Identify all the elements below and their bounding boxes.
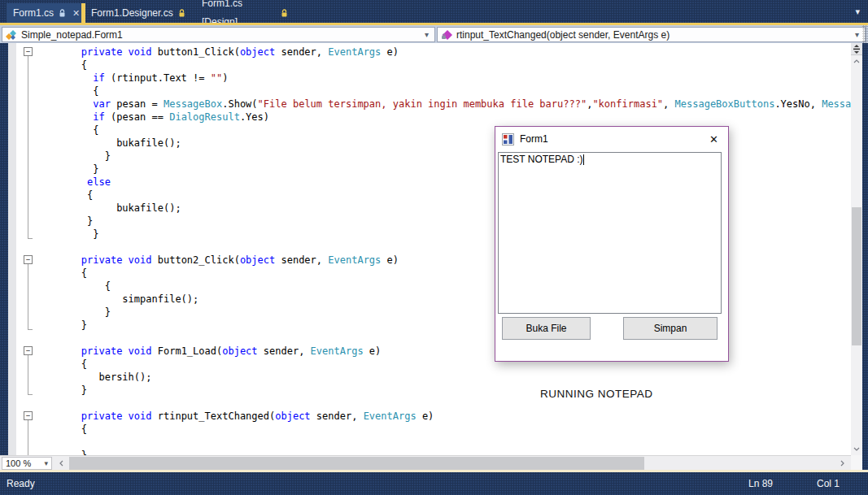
code-line	[34, 436, 851, 449]
tab-form1-cs-design[interactable]: Form1.cs [Design]	[195, 3, 294, 23]
scroll-right-icon[interactable]	[835, 456, 849, 471]
chevron-down-icon: ▾	[44, 459, 48, 467]
code-line: if (rtinput.Text != "")	[34, 72, 851, 85]
running-notepad-caption: RUNNING NOTEPAD	[540, 388, 653, 400]
scrollbar-corner	[851, 455, 862, 470]
buka-file-button[interactable]: Buka File	[502, 317, 591, 340]
status-bar: Ready Ln 89 Col 1	[0, 472, 868, 495]
tab-form1-cs[interactable]: Form1.cs ✕	[7, 3, 81, 23]
code-line: }	[34, 449, 851, 455]
lock-icon	[59, 9, 66, 18]
status-ready: Ready	[7, 478, 35, 489]
lock-icon	[178, 9, 185, 18]
notepad-text: TEST NOTEPAD :)	[500, 154, 583, 165]
fold-region-guide	[28, 355, 33, 395]
collapse-region-toggle[interactable]: −	[24, 47, 33, 56]
fold-region-guide	[28, 420, 33, 455]
window-frame-left	[0, 43, 8, 455]
scroll-left-icon[interactable]	[54, 456, 68, 471]
form-app-icon	[502, 133, 514, 145]
tab-overflow-dropdown-icon[interactable]: ▾	[855, 7, 860, 17]
form1-app-window: Form1 ✕ TEST NOTEPAD :) Buka File Simpan	[495, 126, 729, 362]
scroll-up-icon[interactable]	[851, 55, 862, 67]
fold-gutter: −−−−	[16, 46, 34, 455]
zoom-value: 100 %	[6, 458, 31, 468]
breakpoint-margin[interactable]	[8, 43, 16, 455]
notepad-text-input[interactable]: TEST NOTEPAD :)	[498, 152, 722, 314]
tab-label: Form1.Designer.cs	[91, 4, 173, 23]
collapse-region-toggle[interactable]: −	[24, 346, 33, 355]
chevron-down-icon[interactable]: ▾	[422, 30, 431, 39]
type-dropdown-value: Simple_notepad.Form1	[21, 29, 123, 41]
vertical-scrollbar[interactable]	[851, 43, 862, 455]
member-dropdown[interactable]: rtinput_TextChanged(object sender, Event…	[437, 27, 866, 42]
class-icon	[6, 29, 17, 41]
code-line: private void button1_Click(object sender…	[34, 46, 851, 59]
method-icon	[441, 29, 452, 41]
editor-navigation-bar: Simple_notepad.Form1 ▾ rtinput_TextChang…	[0, 25, 868, 43]
code-line: {	[34, 423, 851, 436]
lock-icon	[281, 9, 288, 18]
status-line-number: Ln 89	[748, 478, 773, 489]
code-line: var pesan = MessageBox.Show("File belum …	[34, 98, 851, 111]
text-cursor	[583, 154, 584, 165]
member-dropdown-value: rtinput_TextChanged(object sender, Event…	[456, 29, 670, 41]
code-line: }	[34, 384, 851, 397]
collapse-region-toggle[interactable]: −	[24, 411, 33, 420]
code-line: private void rtinput_TextChanged(object …	[34, 410, 851, 423]
close-tab-icon[interactable]: ✕	[72, 4, 80, 23]
tab-label: Form1.cs	[13, 4, 54, 23]
horizontal-scrollbar-thumb[interactable]	[69, 457, 644, 470]
code-line: bersih();	[34, 371, 851, 384]
horizontal-scrollbar[interactable]: 100 % ▾	[0, 455, 851, 470]
fold-region-guide	[28, 56, 33, 239]
tab-form1-designer-cs[interactable]: Form1.Designer.cs	[85, 3, 190, 23]
code-line	[34, 397, 851, 410]
fold-region-guide	[28, 264, 33, 330]
form-window-title: Form1	[520, 133, 548, 145]
visual-studio-window: Form1.cs ✕ Form1.Designer.cs Form1.cs [D…	[0, 0, 868, 495]
type-dropdown[interactable]: Simple_notepad.Form1 ▾	[2, 27, 435, 42]
simpan-button[interactable]: Simpan	[623, 317, 718, 340]
window-frame-right	[862, 25, 868, 472]
editor-zoom-control[interactable]: 100 % ▾	[2, 457, 52, 470]
form1-titlebar[interactable]: Form1 ✕	[495, 127, 728, 151]
code-line: {	[34, 59, 851, 72]
status-column-number: Col 1	[817, 478, 840, 489]
document-tab-bar: Form1.cs ✕ Form1.Designer.cs Form1.cs [D…	[0, 0, 868, 23]
scroll-down-icon[interactable]	[851, 443, 862, 455]
collapse-region-toggle[interactable]: −	[24, 255, 33, 264]
vertical-scrollbar-thumb[interactable]	[852, 207, 861, 345]
code-line: {	[34, 85, 851, 98]
chevron-down-icon[interactable]: ▾	[853, 30, 861, 39]
code-line: if (pesan == DialogResult.Yes)	[34, 111, 851, 124]
window-close-icon[interactable]: ✕	[706, 133, 722, 145]
editor-splitter-handle[interactable]	[851, 43, 862, 55]
